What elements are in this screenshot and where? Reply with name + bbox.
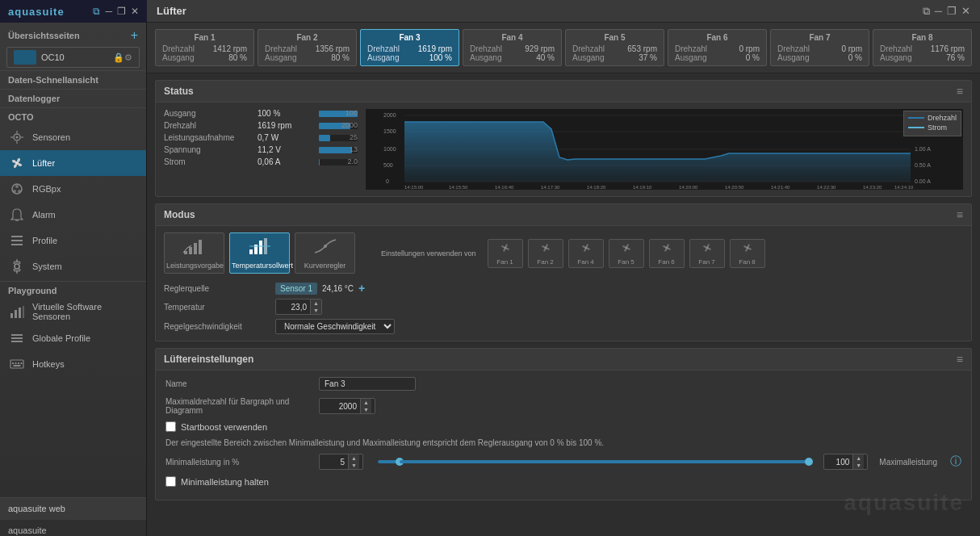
lue-maxrpm-label: Maximaldrehzahl für Bargraph und Diagram…	[165, 397, 311, 415]
svg-rect-59	[199, 240, 202, 254]
info-icon[interactable]: ⓘ	[950, 454, 961, 469]
modus-header: Modus ≡	[156, 204, 971, 226]
add-sensor-button[interactable]: +	[358, 282, 365, 295]
startboost-label: Startboost verwenden	[181, 422, 267, 432]
fan-source-fan5[interactable]: Fan 5	[609, 239, 644, 268]
sidebar-item-alarm[interactable]: Alarm	[0, 202, 146, 228]
minleistung-input-wrap[interactable]: ▲ ▼	[319, 454, 363, 470]
settings-icon[interactable]: ⚙	[124, 52, 132, 63]
status-menu-icon[interactable]: ≡	[957, 85, 963, 98]
fan2-source-label: Fan 2	[537, 258, 553, 266]
sidebar-item-globalprofile[interactable]: Globale Profile	[0, 325, 146, 351]
sidebar-item-rgbpx[interactable]: RGBpx	[0, 176, 146, 202]
header-minus-icon[interactable]: ─	[935, 5, 942, 18]
temp-up-button[interactable]: ▲	[311, 299, 321, 307]
svg-rect-17	[15, 310, 17, 318]
lue-name-input[interactable]	[319, 377, 416, 391]
add-overview-button[interactable]: +	[131, 28, 138, 43]
svg-point-10	[18, 190, 21, 193]
fan-card-fan1[interactable]: Fan 1 Drehzahl 1412 rpm Ausgang 80 %	[155, 29, 254, 66]
temperatur-input-wrap[interactable]: ▲ ▼	[275, 299, 322, 315]
app-name: aquasuite	[8, 6, 65, 18]
header-close-icon[interactable]: ✕	[961, 5, 970, 18]
header-layers-icon[interactable]: ⧉	[923, 5, 930, 18]
globalprofile-icon	[8, 329, 26, 347]
sidebar-item-sensoren[interactable]: Sensoren	[0, 124, 146, 150]
fan-source-fan7[interactable]: Fan 7	[689, 239, 725, 268]
regelgesch-select[interactable]: Normale Geschwindigkeit Langsam Schnell	[275, 319, 395, 334]
fan-card-fan2[interactable]: Fan 2 Drehzahl 1356 rpm Ausgang 80 %	[258, 29, 357, 66]
sidebar-item-hotkeys[interactable]: Hotkeys	[0, 351, 146, 377]
maxleistung-up[interactable]: ▲	[853, 454, 864, 462]
status-rows: Ausgang 100 % 100 Drehzahl 1619 rpm 2000	[164, 109, 358, 190]
sidebar-item-profile[interactable]: Profile	[0, 228, 146, 253]
mode-leistungsvorgabe[interactable]: Leistungsvorgabe	[164, 232, 224, 274]
fan-card-fan6[interactable]: Fan 6 Drehzahl 0 rpm Ausgang 0 %	[668, 29, 767, 66]
fan-card-fan8[interactable]: Fan 8 Drehzahl 1176 rpm Ausgang 76 %	[873, 29, 972, 66]
lue-title: Lüftereinstellungen	[164, 354, 253, 365]
leistung-slider-track[interactable]	[378, 460, 809, 463]
sidebar-link-aquasuite-web[interactable]: aquasuite web	[0, 498, 146, 520]
minleistung-up[interactable]: ▲	[349, 454, 359, 462]
fan-card-fan4[interactable]: Fan 4 Drehzahl 929 rpm Ausgang 40 %	[463, 29, 562, 66]
startboost-checkbox[interactable]	[165, 421, 176, 432]
fan-source-fan1[interactable]: Fan 1	[488, 239, 523, 268]
main-header: Lüfter ⧉ ─ ❐ ✕	[147, 0, 980, 23]
temp-down-button[interactable]: ▼	[311, 307, 321, 314]
fan-source-fan6[interactable]: Fan 6	[649, 239, 685, 268]
device-row-octo[interactable]: OC10 🔒 ⚙	[6, 47, 140, 68]
maxleistung-down[interactable]: ▼	[853, 462, 864, 469]
mode-temperatursollwert[interactable]: Temperatursollwert	[229, 232, 290, 274]
modus-menu-icon[interactable]: ≡	[957, 208, 963, 221]
sidebar-item-system[interactable]: System	[0, 253, 146, 279]
slider-thumb-max[interactable]	[805, 458, 813, 466]
section-label-octo: OCTO	[8, 112, 34, 122]
maxrpm-up-button[interactable]: ▲	[361, 399, 371, 406]
aquasuite-web-label: aquasuite web	[8, 504, 65, 513]
minhalten-checkbox[interactable]	[165, 476, 176, 487]
close-icon[interactable]: ✕	[131, 6, 139, 17]
modus-content: Leistungsvorgabe Temperatursollwert Kurv…	[156, 226, 971, 341]
sidebar-item-vss[interactable]: Virtuelle Software Sensoren	[0, 298, 146, 325]
fan-source-fan8[interactable]: Fan 8	[730, 239, 765, 268]
sensor-icon	[8, 128, 26, 146]
svg-rect-20	[11, 334, 23, 336]
sidebar-scroll: Übersichtsseiten + OC10 🔒 ⚙ Daten-Schnel…	[0, 23, 146, 497]
minleistung-input[interactable]	[320, 456, 348, 468]
minimize-icon[interactable]: ─	[105, 6, 112, 17]
header-icons: ⧉ ─ ❐ ✕	[923, 5, 970, 18]
temp-icon	[232, 237, 287, 260]
fan-source-fan2[interactable]: Fan 2	[528, 239, 563, 268]
temperatur-input[interactable]	[276, 301, 310, 313]
restore-icon[interactable]: ❐	[117, 6, 126, 17]
layers-icon[interactable]: ⧉	[93, 6, 100, 17]
sidebar-link-aquasuite[interactable]: aquasuite	[0, 520, 146, 536]
fan4-source-label: Fan 4	[577, 258, 593, 266]
mode-kurvenregler[interactable]: Kurvenregler	[295, 232, 355, 274]
lueftereinstellungen-section: Lüftereinstellungen ≡ Name Maximaldrehza…	[155, 348, 972, 500]
lue-menu-icon[interactable]: ≡	[957, 353, 963, 366]
svg-rect-16	[10, 313, 13, 318]
header-restore-icon[interactable]: ❐	[947, 5, 957, 18]
minleistung-down[interactable]: ▼	[349, 462, 359, 469]
regelgesch-value: Normale Geschwindigkeit Langsam Schnell	[275, 319, 963, 334]
drehzahl-legend-color	[908, 117, 924, 119]
fan-card-fan7[interactable]: Fan 7 Drehzahl 0 rpm Ausgang 0 %	[770, 29, 869, 66]
fan-source-fan4[interactable]: Fan 4	[568, 239, 604, 268]
legend-strom: Strom	[908, 124, 957, 132]
status-row-strom: Strom 0,06 A 2.0	[164, 157, 358, 166]
sidebar-item-luefter[interactable]: Lüfter	[0, 150, 146, 176]
minleistung-label: Minimalleistung in %	[165, 458, 311, 467]
fan-card-fan5[interactable]: Fan 5 Drehzahl 653 rpm Ausgang 37 %	[565, 29, 664, 66]
maxrpm-input-wrap[interactable]: ▲ ▼	[319, 398, 375, 414]
section-label-datenlogger: Datenlogger	[8, 94, 60, 103]
svg-text:2000: 2000	[383, 112, 396, 118]
maxrpm-input[interactable]	[320, 400, 360, 412]
maxleistung-input-wrap[interactable]: ▲ ▼	[823, 454, 868, 470]
lock-icon: 🔒	[113, 52, 124, 63]
fan6-source-label: Fan 6	[658, 258, 674, 266]
status-header: Status ≡	[156, 81, 971, 103]
maxrpm-down-button[interactable]: ▼	[361, 406, 371, 413]
fan-card-fan3[interactable]: Fan 3 Drehzahl 1619 rpm Ausgang 100 %	[360, 29, 459, 66]
maxleistung-input[interactable]	[824, 456, 852, 468]
